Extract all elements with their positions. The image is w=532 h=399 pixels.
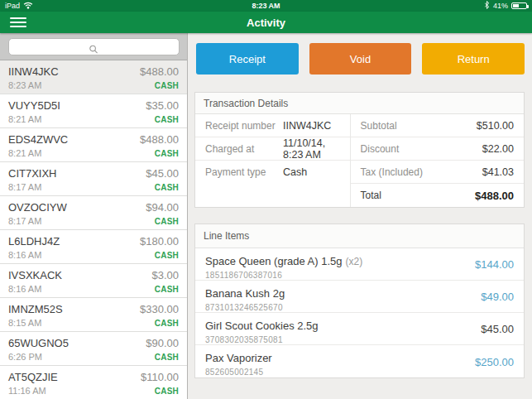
action-buttons: Receipt Void Return	[196, 43, 525, 75]
detail-field-row: Charged at 11/10/14, 8:23 AM	[195, 137, 350, 161]
transaction-amount: $90.00	[146, 337, 179, 349]
summary-value: $22.00	[482, 143, 514, 155]
transaction-code: VUYY5D5I	[8, 99, 60, 112]
transaction-code: L6LDHJ4Z	[8, 235, 60, 248]
transaction-amount: $3.00	[151, 269, 179, 281]
detail-field-value: IINW4JKC	[283, 120, 331, 132]
transaction-code: OVZOCIYW	[8, 201, 67, 214]
line-item-sku: 3708302035875081	[205, 335, 514, 344]
line-item-quantity: (x2)	[346, 256, 363, 267]
payment-badge: CASH	[140, 149, 179, 158]
summary-label: Subtotal	[361, 120, 397, 132]
transaction-row[interactable]: OVZOCIYW 8:17 AM $94.00 CASH	[0, 196, 187, 230]
line-item-name: Banana Kush 2g	[205, 287, 285, 300]
page-title: Activity	[0, 17, 532, 29]
transaction-code: AT5QZJIE	[8, 371, 58, 383]
transaction-amount: $488.00	[140, 133, 179, 146]
transaction-amount: $180.00	[140, 235, 179, 248]
line-item-price: $144.00	[475, 258, 514, 271]
status-time: 8:23 AM	[0, 2, 532, 10]
transaction-time: 8:15 AM	[8, 318, 63, 328]
summary-label: Tax (Included)	[361, 166, 423, 178]
transaction-details-header: Transaction Details	[195, 93, 524, 114]
transaction-time: 8:21 AM	[8, 114, 60, 124]
transaction-time: 8:17 AM	[8, 182, 57, 192]
transaction-row[interactable]: CIT7XIXH 8:17 AM $45.00 CASH	[0, 162, 187, 196]
transaction-row[interactable]: 65WUGNO5 6:26 PM $90.00 CASH	[0, 332, 187, 366]
transaction-code: 65WUGNO5	[8, 337, 69, 349]
transaction-amount: $488.00	[140, 65, 179, 78]
transaction-code: IMNZM52S	[8, 303, 63, 315]
receipt-button[interactable]: Receipt	[196, 43, 299, 75]
line-item-name: Space Queen (grade A) 1.5g	[205, 255, 343, 267]
detail-field-label: Payment type	[205, 166, 283, 178]
payment-badge: CASH	[146, 217, 179, 226]
details-fields: Receipt number IINW4JKC Charged at 11/10…	[195, 114, 350, 207]
nav-bar: Activity	[0, 12, 532, 33]
line-item-row: Space Queen (grade A) 1.5g(x2) 185118670…	[195, 248, 524, 281]
transaction-detail-panel: Receipt Void Return Transaction Details …	[188, 33, 532, 399]
transaction-code: CIT7XIXH	[8, 167, 57, 180]
line-item-sku: 8731013246525670	[205, 303, 514, 312]
search-bar	[0, 33, 187, 60]
line-item-name: Girl Scout Cookies 2.5g	[205, 320, 319, 332]
transaction-time: 6:26 PM	[8, 352, 69, 362]
transaction-time: 8:21 AM	[8, 148, 68, 158]
transaction-row[interactable]: AT5QZJIE 11:16 AM $110.00 CASH	[0, 366, 187, 399]
status-bar: iPad 8:23 AM 41%	[0, 0, 532, 12]
transaction-code: EDS4ZWVC	[8, 133, 68, 146]
payment-badge: CASH	[140, 81, 179, 90]
transaction-row[interactable]: EDS4ZWVC 8:21 AM $488.00 CASH	[0, 128, 187, 162]
transaction-time: 11:16 AM	[8, 386, 58, 396]
transaction-amount: $110.00	[141, 371, 179, 383]
detail-field-row: Receipt number IINW4JKC	[195, 114, 350, 137]
summary-value: $510.00	[477, 120, 514, 132]
transaction-row[interactable]: IINW4JKC 8:23 AM $488.00 CASH	[0, 60, 187, 94]
detail-field-label: Charged at	[205, 143, 283, 155]
transaction-row[interactable]: L6LDHJ4Z 8:16 AM $180.00 CASH	[0, 230, 187, 264]
transaction-list: IINW4JKC 8:23 AM $488.00 CASH VUYY5D5I 8…	[0, 60, 187, 399]
summary-label: Discount	[361, 143, 400, 155]
transaction-details-card: Transaction Details Receipt number IINW4…	[194, 92, 525, 208]
transaction-time: 8:17 AM	[8, 216, 67, 226]
search-input[interactable]	[8, 38, 180, 55]
line-item-row: Girl Scout Cookies 2.5g 3708302035875081…	[195, 313, 524, 345]
transaction-code: IVSXKACK	[8, 269, 62, 281]
transaction-time: 8:23 AM	[8, 80, 59, 90]
summary-label: Total	[361, 190, 381, 201]
payment-badge: CASH	[140, 319, 179, 328]
payment-badge: CASH	[141, 387, 179, 396]
details-summary: Subtotal $510.00 Discount $22.00 Tax (In…	[350, 114, 524, 207]
line-items-list: Space Queen (grade A) 1.5g(x2) 185118670…	[195, 248, 524, 377]
transaction-amount: $94.00	[146, 201, 179, 214]
payment-badge: CASH	[140, 251, 179, 260]
line-item-sku: 852605002145	[205, 368, 514, 377]
transaction-row[interactable]: VUYY5D5I 8:21 AM $35.00 CASH	[0, 94, 187, 128]
detail-field-value: Cash	[283, 166, 307, 178]
return-button[interactable]: Return	[422, 43, 525, 75]
payment-badge: CASH	[146, 353, 179, 362]
summary-row: Tax (Included) $41.03	[351, 161, 524, 184]
payment-badge: CASH	[146, 115, 179, 124]
detail-field-value: 11/10/14, 8:23 AM	[283, 137, 340, 161]
line-item-price: $45.00	[481, 323, 514, 335]
line-items-card: Line Items Space Queen (grade A) 1.5g(x2…	[194, 224, 525, 378]
transaction-row[interactable]: IMNZM52S 8:15 AM $330.00 CASH	[0, 298, 187, 332]
summary-row: Subtotal $510.00	[351, 114, 524, 137]
transaction-amount: $45.00	[146, 167, 179, 180]
line-item-name: Pax Vaporizer	[205, 352, 272, 364]
detail-field-label: Receipt number	[205, 120, 283, 132]
transaction-amount: $35.00	[146, 99, 179, 112]
line-item-price: $250.00	[475, 355, 514, 368]
transaction-code: IINW4JKC	[8, 65, 59, 78]
summary-row: Total $488.00	[351, 184, 524, 207]
void-button[interactable]: Void	[309, 43, 412, 75]
transaction-list-panel: IINW4JKC 8:23 AM $488.00 CASH VUYY5D5I 8…	[0, 33, 188, 399]
transaction-row[interactable]: IVSXKACK 8:16 AM $3.00 CASH	[0, 264, 187, 298]
payment-badge: CASH	[151, 285, 179, 294]
line-item-price: $49.00	[481, 291, 514, 303]
transaction-time: 8:16 AM	[8, 250, 60, 260]
summary-value: $41.03	[482, 166, 514, 178]
line-item-sku: 1851186706387016	[205, 271, 514, 280]
transaction-time: 8:16 AM	[8, 284, 62, 294]
